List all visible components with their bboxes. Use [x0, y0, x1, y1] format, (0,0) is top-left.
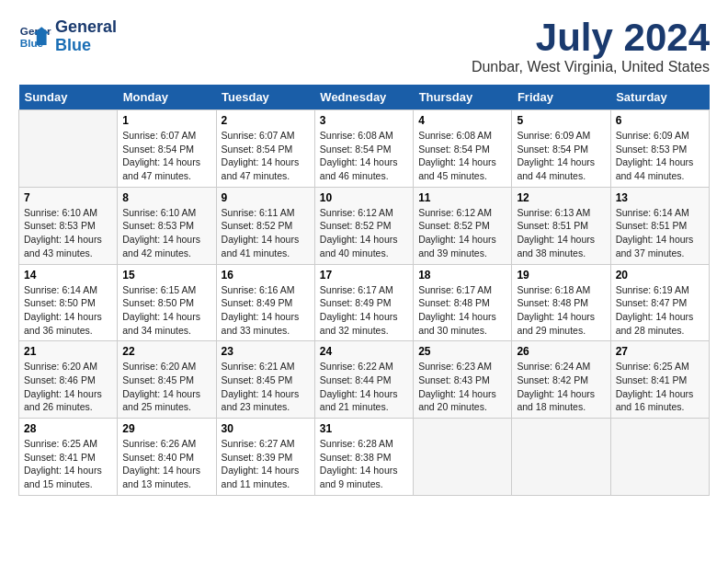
- calendar-cell: 18Sunrise: 6:17 AM Sunset: 8:48 PM Dayli…: [414, 264, 512, 341]
- day-info: Sunrise: 6:08 AM Sunset: 8:54 PM Dayligh…: [418, 129, 506, 183]
- day-number: 20: [616, 269, 704, 282]
- calendar-table: SundayMondayTuesdayWednesdayThursdayFrid…: [18, 85, 710, 496]
- day-info: Sunrise: 6:12 AM Sunset: 8:52 PM Dayligh…: [320, 206, 408, 260]
- day-info: Sunrise: 6:15 AM Sunset: 8:50 PM Dayligh…: [122, 283, 210, 338]
- calendar-cell: 15Sunrise: 6:15 AM Sunset: 8:50 PM Dayli…: [118, 264, 216, 341]
- day-info: Sunrise: 6:20 AM Sunset: 8:45 PM Dayligh…: [122, 360, 210, 414]
- day-info: Sunrise: 6:08 AM Sunset: 8:54 PM Dayligh…: [320, 129, 408, 183]
- day-number: 14: [24, 269, 112, 282]
- calendar-cell: 29Sunrise: 6:26 AM Sunset: 8:40 PM Dayli…: [118, 419, 216, 496]
- calendar-cell: 9Sunrise: 6:11 AM Sunset: 8:52 PM Daylig…: [216, 187, 314, 264]
- logo-line2: Blue: [55, 36, 91, 54]
- logo-icon: General Blue: [18, 20, 51, 53]
- day-number: 10: [320, 191, 408, 204]
- day-number: 24: [320, 345, 408, 358]
- day-number: 31: [320, 422, 408, 435]
- calendar-cell: 31Sunrise: 6:28 AM Sunset: 8:38 PM Dayli…: [314, 419, 413, 496]
- day-info: Sunrise: 6:16 AM Sunset: 8:49 PM Dayligh…: [222, 283, 310, 338]
- day-info: Sunrise: 6:26 AM Sunset: 8:40 PM Dayligh…: [122, 437, 210, 491]
- day-number: 21: [24, 345, 112, 358]
- calendar-week-row: 14Sunrise: 6:14 AM Sunset: 8:50 PM Dayli…: [19, 264, 710, 341]
- calendar-cell: 30Sunrise: 6:27 AM Sunset: 8:39 PM Dayli…: [216, 419, 314, 496]
- calendar-header-friday: Friday: [512, 85, 610, 110]
- calendar-header-tuesday: Tuesday: [216, 85, 314, 110]
- day-number: 3: [320, 114, 408, 127]
- svg-text:General: General: [20, 25, 51, 37]
- calendar-cell: 22Sunrise: 6:20 AM Sunset: 8:45 PM Dayli…: [118, 341, 216, 419]
- calendar-cell: 6Sunrise: 6:09 AM Sunset: 8:53 PM Daylig…: [610, 110, 709, 188]
- day-info: Sunrise: 6:25 AM Sunset: 8:41 PM Dayligh…: [616, 360, 704, 414]
- day-number: 29: [122, 422, 210, 435]
- day-info: Sunrise: 6:17 AM Sunset: 8:48 PM Dayligh…: [418, 283, 506, 338]
- calendar-cell: 1Sunrise: 6:07 AM Sunset: 8:54 PM Daylig…: [118, 110, 216, 188]
- calendar-cell: 16Sunrise: 6:16 AM Sunset: 8:49 PM Dayli…: [216, 264, 314, 341]
- calendar-week-row: 7Sunrise: 6:10 AM Sunset: 8:53 PM Daylig…: [19, 187, 710, 264]
- day-number: 12: [517, 191, 605, 204]
- day-number: 13: [616, 191, 704, 204]
- calendar-cell: 28Sunrise: 6:25 AM Sunset: 8:41 PM Dayli…: [19, 419, 118, 496]
- calendar-week-row: 28Sunrise: 6:25 AM Sunset: 8:41 PM Dayli…: [19, 419, 710, 496]
- calendar-cell: 25Sunrise: 6:23 AM Sunset: 8:43 PM Dayli…: [414, 341, 512, 419]
- day-info: Sunrise: 6:19 AM Sunset: 8:47 PM Dayligh…: [616, 283, 704, 338]
- day-number: 7: [24, 191, 112, 204]
- calendar-header-row: SundayMondayTuesdayWednesdayThursdayFrid…: [19, 85, 710, 110]
- day-number: 11: [418, 191, 506, 204]
- day-number: 30: [222, 422, 310, 435]
- day-number: 2: [222, 114, 310, 127]
- calendar-header-thursday: Thursday: [414, 85, 512, 110]
- calendar-week-row: 21Sunrise: 6:20 AM Sunset: 8:46 PM Dayli…: [19, 341, 710, 419]
- day-info: Sunrise: 6:09 AM Sunset: 8:54 PM Dayligh…: [517, 129, 605, 183]
- day-number: 16: [222, 269, 310, 282]
- logo: General Blue General Blue: [18, 18, 117, 55]
- day-info: Sunrise: 6:20 AM Sunset: 8:46 PM Dayligh…: [24, 360, 112, 414]
- calendar-cell: 3Sunrise: 6:08 AM Sunset: 8:54 PM Daylig…: [314, 110, 413, 188]
- calendar-cell: 7Sunrise: 6:10 AM Sunset: 8:53 PM Daylig…: [19, 187, 118, 264]
- page-header: General Blue General Blue July 2024 Dunb…: [18, 18, 710, 75]
- location-subtitle: Dunbar, West Virginia, United States: [472, 59, 710, 75]
- day-number: 17: [320, 269, 408, 282]
- day-number: 9: [222, 191, 310, 204]
- calendar-cell: 13Sunrise: 6:14 AM Sunset: 8:51 PM Dayli…: [610, 187, 709, 264]
- calendar-cell: 20Sunrise: 6:19 AM Sunset: 8:47 PM Dayli…: [610, 264, 709, 341]
- calendar-cell: 24Sunrise: 6:22 AM Sunset: 8:44 PM Dayli…: [314, 341, 413, 419]
- calendar-cell: 23Sunrise: 6:21 AM Sunset: 8:45 PM Dayli…: [216, 341, 314, 419]
- day-info: Sunrise: 6:23 AM Sunset: 8:43 PM Dayligh…: [418, 360, 506, 414]
- day-number: 6: [616, 114, 704, 127]
- calendar-week-row: 1Sunrise: 6:07 AM Sunset: 8:54 PM Daylig…: [19, 110, 710, 188]
- day-info: Sunrise: 6:25 AM Sunset: 8:41 PM Dayligh…: [24, 437, 112, 491]
- day-info: Sunrise: 6:24 AM Sunset: 8:42 PM Dayligh…: [517, 360, 605, 414]
- day-number: 19: [517, 269, 605, 282]
- logo-line1: General: [55, 17, 117, 36]
- calendar-cell: 17Sunrise: 6:17 AM Sunset: 8:49 PM Dayli…: [314, 264, 413, 341]
- day-number: 15: [122, 269, 210, 282]
- day-number: 22: [122, 345, 210, 358]
- day-info: Sunrise: 6:12 AM Sunset: 8:52 PM Dayligh…: [418, 206, 506, 260]
- day-number: 8: [122, 191, 210, 204]
- calendar-cell: 5Sunrise: 6:09 AM Sunset: 8:54 PM Daylig…: [512, 110, 610, 188]
- day-info: Sunrise: 6:10 AM Sunset: 8:53 PM Dayligh…: [24, 206, 112, 260]
- day-info: Sunrise: 6:17 AM Sunset: 8:49 PM Dayligh…: [320, 283, 408, 338]
- title-area: July 2024 Dunbar, West Virginia, United …: [472, 18, 710, 75]
- day-info: Sunrise: 6:28 AM Sunset: 8:38 PM Dayligh…: [320, 437, 408, 491]
- calendar-cell: 19Sunrise: 6:18 AM Sunset: 8:48 PM Dayli…: [512, 264, 610, 341]
- day-info: Sunrise: 6:07 AM Sunset: 8:54 PM Dayligh…: [222, 129, 310, 183]
- day-number: 18: [418, 269, 506, 282]
- day-info: Sunrise: 6:11 AM Sunset: 8:52 PM Dayligh…: [222, 206, 310, 260]
- day-number: 25: [418, 345, 506, 358]
- day-info: Sunrise: 6:07 AM Sunset: 8:54 PM Dayligh…: [122, 129, 210, 183]
- calendar-header-monday: Monday: [118, 85, 216, 110]
- main-title: July 2024: [472, 18, 710, 57]
- calendar-header-saturday: Saturday: [610, 85, 709, 110]
- calendar-cell: [512, 419, 610, 496]
- day-info: Sunrise: 6:22 AM Sunset: 8:44 PM Dayligh…: [320, 360, 408, 414]
- calendar-cell: 27Sunrise: 6:25 AM Sunset: 8:41 PM Dayli…: [610, 341, 709, 419]
- day-info: Sunrise: 6:21 AM Sunset: 8:45 PM Dayligh…: [222, 360, 310, 414]
- day-info: Sunrise: 6:13 AM Sunset: 8:51 PM Dayligh…: [517, 206, 605, 260]
- calendar-cell: [414, 419, 512, 496]
- calendar-cell: 8Sunrise: 6:10 AM Sunset: 8:53 PM Daylig…: [118, 187, 216, 264]
- day-number: 23: [222, 345, 310, 358]
- day-number: 5: [517, 114, 605, 127]
- calendar-cell: [19, 110, 118, 188]
- day-number: 26: [517, 345, 605, 358]
- day-info: Sunrise: 6:14 AM Sunset: 8:50 PM Dayligh…: [24, 283, 112, 338]
